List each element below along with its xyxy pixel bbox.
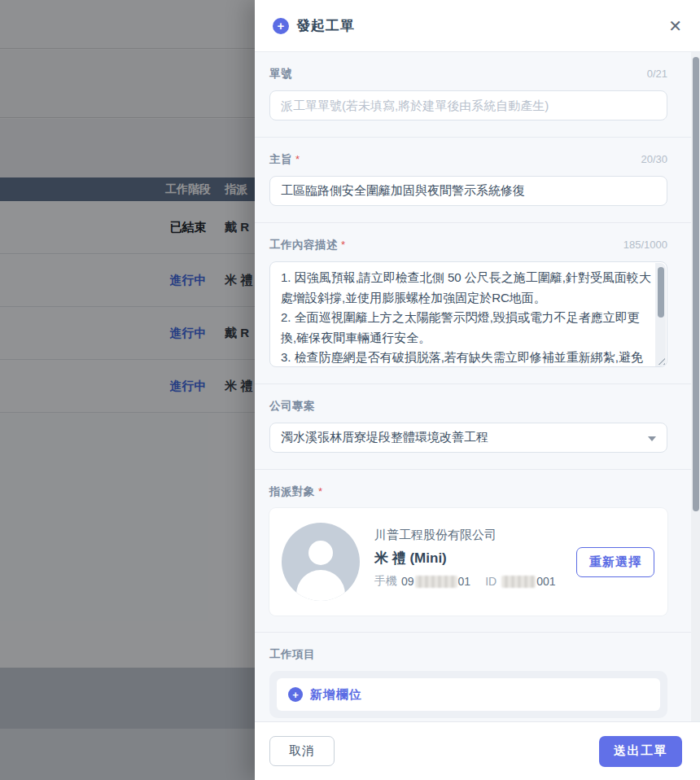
- drawer-title: 發起工單: [296, 16, 355, 35]
- phone-suffix: 01: [458, 575, 471, 588]
- assignee-company: 川普工程股份有限公司: [374, 528, 556, 543]
- id-suffix: 001: [536, 575, 555, 588]
- section-subject: 主旨 * 20/30: [255, 138, 700, 223]
- plus-circle-icon: +: [273, 18, 289, 34]
- description-textarea[interactable]: 1. 因強風預報,請立即檢查北側 50 公尺長之施工圍籬,針對受風面較大處增設斜…: [269, 261, 667, 367]
- avatar: [282, 523, 360, 601]
- section-description: 工作內容描述 * 185/1000 1. 因強風預報,請立即檢查北側 50 公尺…: [255, 223, 700, 384]
- plus-circle-icon: +: [288, 687, 303, 702]
- assignee-contact: 手機 09 01 ID 001: [374, 574, 556, 589]
- submit-button[interactable]: 送出工單: [599, 736, 682, 767]
- add-field-label: 新增欄位: [310, 687, 362, 703]
- description-counter: 185/1000: [623, 239, 667, 251]
- subject-counter: 20/30: [641, 153, 667, 165]
- order-number-label: 單號: [269, 67, 292, 81]
- subject-label: 主旨: [269, 152, 292, 167]
- id-label: ID: [485, 575, 497, 588]
- drawer-scrollbar-thumb[interactable]: [693, 57, 699, 511]
- assignee-info: 川普工程股份有限公司 米 禮 (Mini) 手機 09 01 ID 001: [374, 528, 556, 589]
- create-work-order-drawer: + 發起工單 ✕ 單號 0/21 主旨 * 20/30: [255, 0, 700, 780]
- description-label: 工作內容描述: [269, 238, 338, 252]
- project-label: 公司專案: [269, 399, 315, 414]
- drawer-scrollbar-track[interactable]: [691, 52, 700, 721]
- phone-redacted-blur: [415, 576, 457, 588]
- add-field-button[interactable]: + 新增欄位: [277, 678, 660, 711]
- assignee-label: 指派對象: [269, 484, 315, 499]
- required-asterisk: *: [341, 239, 345, 251]
- section-project: 公司專案 濁水溪張林厝寮堤段整體環境改善工程: [255, 384, 700, 470]
- chevron-down-icon: [648, 436, 656, 441]
- phone-label: 手機: [374, 574, 397, 589]
- required-asterisk: *: [295, 153, 300, 165]
- reselect-button[interactable]: 重新選擇: [576, 547, 654, 577]
- avatar-person-icon: [308, 541, 333, 565]
- cancel-button[interactable]: 取消: [269, 736, 335, 766]
- subject-input[interactable]: [269, 176, 667, 206]
- id-redacted-blur: [501, 576, 536, 588]
- order-number-input[interactable]: [269, 90, 667, 121]
- assignee-name: 米 禮 (Mini): [374, 549, 556, 567]
- drawer-header: + 發起工單 ✕: [255, 0, 700, 52]
- required-asterisk: *: [318, 485, 322, 497]
- work-items-label: 工作項目: [269, 647, 315, 662]
- textarea-scrollbar-track[interactable]: [655, 263, 666, 367]
- close-icon[interactable]: ✕: [668, 18, 682, 34]
- description-text: 1. 因強風預報,請立即檢查北側 50 公尺長之施工圍籬,針對受風面較大處增設斜…: [270, 262, 654, 366]
- order-number-counter: 0/21: [647, 68, 667, 80]
- project-select-value: 濁水溪張林厝寮堤段整體環境改善工程: [281, 430, 488, 445]
- section-work-items: 工作項目 + 新增欄位: [255, 633, 700, 721]
- textarea-scrollbar-thumb[interactable]: [658, 267, 664, 318]
- drawer-footer: 取消 送出工單: [255, 721, 700, 780]
- screen: 工作階段 指派 已結束 戴 R 進行中 米 禮 進行中 戴 R 進行中 米 禮: [0, 0, 700, 780]
- work-items-container: + 新增欄位: [269, 671, 667, 718]
- phone-prefix: 09: [401, 575, 414, 588]
- assignee-card: 川普工程股份有限公司 米 禮 (Mini) 手機 09 01 ID 001: [269, 508, 667, 616]
- project-select[interactable]: 濁水溪張林厝寮堤段整體環境改善工程: [269, 423, 667, 453]
- section-assignee: 指派對象 * 川普工程股份有限公司 米 禮 (Mini) 手機 09: [255, 470, 700, 633]
- section-order-number: 單號 0/21: [255, 52, 700, 138]
- drawer-body: 單號 0/21 主旨 * 20/30 工作內容描述 * 185/: [255, 52, 700, 721]
